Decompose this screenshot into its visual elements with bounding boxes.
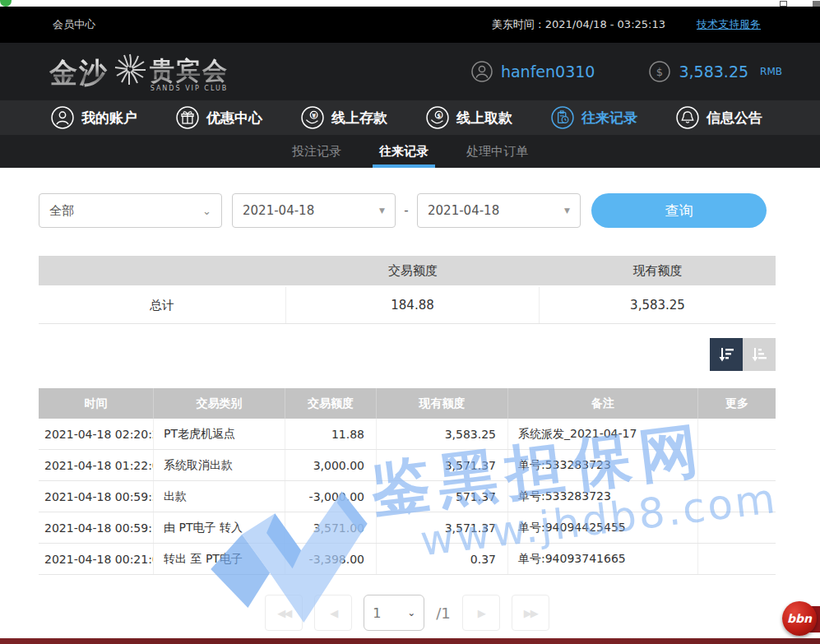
dollar-coin-icon: $	[649, 61, 670, 82]
cell-time: 2021-04-18 00:59:13	[39, 512, 154, 543]
sub-nav: 投注记录 往来记录 处理中订单	[0, 135, 820, 168]
svg-text:$: $	[437, 113, 441, 119]
site-header: 金沙 贵宾会 SANDS VIP CLUB hanfen0310	[0, 43, 820, 100]
top-bar: 会员中心 美东时间：2021/04/18 - 03:25:13 技术支持服务	[0, 7, 820, 43]
nav-item-announcements[interactable]: 信息公告	[676, 106, 762, 129]
summary-table: 交易额度 现有额度 总计 184.88 3,583.25	[39, 256, 776, 324]
logo-text-right: 贵宾会	[150, 54, 229, 88]
cell-type: PT老虎机返点	[154, 419, 285, 449]
date-from-input[interactable]: 2021-04-18 ▼	[232, 193, 396, 228]
nav-item-promotions[interactable]: 优惠中心	[176, 106, 262, 129]
browser-close-icon	[813, 1, 820, 7]
cell-more	[698, 419, 776, 449]
cell-amount: -3,000.00	[285, 481, 377, 512]
last-page-button[interactable]: ▶▶	[512, 595, 549, 631]
nav-item-withdraw[interactable]: $ 线上取款	[426, 106, 512, 129]
main-nav: 我的账户 优惠中心 ¥ 线上存款 $ 线上取款	[0, 100, 820, 135]
sort-ascending-icon	[749, 345, 769, 364]
footer-edge-strip	[0, 638, 820, 644]
cell-amount: 3,000.00	[285, 450, 377, 480]
prev-page-button[interactable]: ◀	[314, 595, 352, 631]
total-pages-label: /1	[436, 605, 451, 622]
bell-icon	[676, 106, 699, 129]
cell-time: 2021-04-18 00:59:57	[39, 481, 154, 512]
cell-more	[698, 512, 776, 543]
balance-amount: 3,583.25	[679, 63, 748, 81]
svg-text:¥: ¥	[312, 113, 316, 119]
clipboard-clock-icon	[551, 106, 574, 129]
cell-more	[698, 450, 776, 480]
browser-chrome-strip	[0, 0, 820, 7]
cell-note: 单号:94094425455	[508, 512, 698, 543]
cell-type: 出款	[154, 481, 285, 512]
cell-amount: -3,398.00	[285, 544, 377, 574]
sort-ascending-button[interactable]	[743, 338, 776, 371]
col-header-time: 时间	[39, 388, 154, 419]
col-header-amount: 交易额度	[285, 388, 377, 419]
tab-betting-records[interactable]: 投注记录	[287, 135, 346, 168]
summary-header-balance: 现有额度	[540, 256, 776, 285]
page-select[interactable]: 1 ⌄	[364, 595, 424, 631]
cell-more	[698, 481, 776, 512]
records-table: 时间 交易类别 交易额度 现有额度 备注 更多 2021-04-18 02:20…	[39, 388, 776, 575]
svg-text:$: $	[656, 66, 663, 78]
cell-balance: 3,571.37	[377, 512, 508, 543]
bbn-provider-badge[interactable]: bbn	[782, 601, 817, 636]
nav-item-transaction-records[interactable]: 往来记录	[551, 106, 637, 129]
balance-display[interactable]: $ 3,583.25 RMB	[649, 61, 782, 82]
first-page-button[interactable]: ◀◀	[265, 595, 303, 631]
transaction-type-select[interactable]: 全部 ⌄	[39, 193, 222, 228]
next-page-button[interactable]: ▶	[462, 595, 500, 631]
date-to-input[interactable]: 2021-04-18 ▼	[417, 193, 581, 228]
nav-label: 线上存款	[331, 109, 387, 127]
logo-subtitle: SANDS VIP CLUB	[151, 85, 229, 92]
cell-time: 2021-04-18 00:21:01	[39, 544, 154, 574]
server-time-label: 美东时间：2021/04/18 - 03:25:13	[492, 17, 665, 32]
tab-pending-orders[interactable]: 处理中订单	[461, 135, 533, 168]
browser-window-icon	[780, 1, 787, 7]
pagination: ◀◀ ◀ 1 ⌄ /1 ▶ ▶▶	[39, 595, 776, 631]
site-logo[interactable]: 金沙 贵宾会 SANDS VIP CLUB	[49, 51, 229, 92]
member-center-link[interactable]: 会员中心	[53, 17, 95, 32]
support-service-link[interactable]: 技术支持服务	[697, 17, 761, 32]
deposit-hand-coin-icon: ¥	[301, 106, 324, 129]
col-header-type: 交易类别	[154, 388, 285, 419]
date-from-value: 2021-04-18	[243, 203, 314, 218]
nav-item-my-account[interactable]: 我的账户	[51, 106, 137, 129]
date-to-value: 2021-04-18	[428, 203, 499, 218]
cell-note: 单号:533283723	[508, 481, 698, 512]
summary-total-label: 总计	[39, 287, 286, 323]
filter-row: 全部 ⌄ 2021-04-18 ▼ - 2021-04-18 ▼ 查询	[39, 193, 776, 228]
transaction-type-value: 全部	[49, 203, 74, 219]
dropdown-triangle-icon: ▼	[379, 206, 385, 215]
main-content: 全部 ⌄ 2021-04-18 ▼ - 2021-04-18 ▼ 查询 交易额度…	[0, 168, 820, 638]
user-account-link[interactable]: hanfen0310	[471, 61, 595, 82]
col-header-more: 更多	[698, 388, 776, 419]
cell-type: 系统取消出款	[154, 450, 285, 480]
cell-time: 2021-04-18 02:20:24	[39, 419, 154, 449]
search-button[interactable]: 查询	[591, 193, 767, 228]
summary-header-empty	[39, 256, 286, 285]
cell-balance: 3,583.25	[377, 419, 508, 449]
nav-item-deposit[interactable]: ¥ 线上存款	[301, 106, 387, 129]
table-row: 2021-04-18 01:22:08 系统取消出款 3,000.00 3,57…	[39, 450, 776, 481]
gift-icon	[176, 106, 199, 129]
nav-label: 往来记录	[581, 109, 637, 127]
cell-balance: 571.37	[377, 481, 508, 512]
date-range-separator: -	[396, 203, 417, 218]
summary-balance-value: 3,583.25	[540, 287, 776, 323]
currency-label: RMB	[760, 66, 782, 77]
cell-amount: 11.88	[285, 419, 377, 449]
cell-balance: 3,571.37	[377, 450, 508, 480]
sort-descending-button[interactable]	[710, 338, 743, 371]
nav-label: 信息公告	[706, 109, 762, 127]
nav-label: 我的账户	[81, 109, 137, 127]
username-label: hanfen0310	[501, 63, 595, 81]
cell-type: 转出 至 PT电子	[154, 544, 285, 574]
col-header-balance: 现有额度	[377, 388, 508, 419]
summary-header-trade-amount: 交易额度	[286, 256, 540, 285]
logo-text-left: 金沙	[49, 54, 109, 92]
cell-note: 系统派发_2021-04-17	[508, 419, 698, 449]
summary-total-row: 总计 184.88 3,583.25	[39, 287, 776, 324]
tab-transaction-records[interactable]: 往来记录	[374, 135, 433, 168]
